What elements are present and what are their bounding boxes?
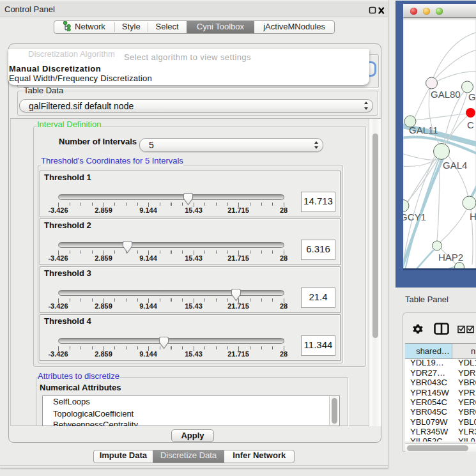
svg-text:GA: GA [468, 91, 476, 102]
svg-text:C: C [467, 119, 474, 130]
svg-text:GAL4: GAL4 [443, 160, 467, 171]
svg-text:GAL11: GAL11 [409, 125, 438, 135]
svg-text:GCY1: GCY1 [403, 211, 426, 222]
svg-text:H: H [470, 211, 476, 222]
svg-text:GAL80: GAL80 [431, 89, 461, 100]
svg-text:HAP2: HAP2 [438, 252, 463, 263]
